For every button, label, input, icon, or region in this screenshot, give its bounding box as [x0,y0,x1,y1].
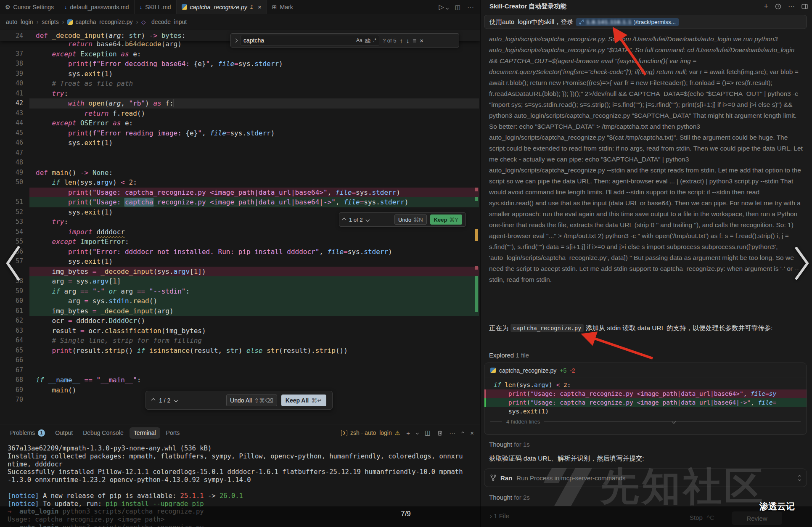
regex-icon[interactable]: .* [373,37,376,43]
code-line-added[interactable]: 51 print("Usage: captcha_recognize.py <i… [0,197,480,207]
code-line[interactable]: 64 # Single line, strip for form filling [0,336,480,346]
prev-file-icon[interactable] [151,398,156,403]
user-message-bubble[interactable]: 使用auto_login中的skill，登录 1.8.141.118.1.1 )… [484,15,807,29]
find-input-box[interactable]: Aa ab .* [241,35,379,46]
code-line[interactable]: 44 except OSError as e: [0,118,480,128]
thought-row-2[interactable]: Thought for 2s [489,494,530,501]
find-prev-icon[interactable]: ↑ [400,37,403,44]
more-actions-icon[interactable]: ··· [467,3,474,11]
code-line[interactable]: 38 print(f"Error decoding base64: {e}", … [0,59,480,69]
panel-more-icon[interactable]: ··· [449,429,455,437]
expand-card-icon[interactable] [799,475,801,481]
code-line[interactable]: 65 print(result.strip() if isinstance(re… [0,346,480,356]
panel-tab-problems[interactable]: Problems1 [6,427,49,439]
undo-diff-button[interactable]: Undo⌘N [394,215,426,225]
code-line[interactable]: 43 return f.read() [0,109,480,119]
run-python-button[interactable]: ▷ [439,3,448,11]
next-page-chevron[interactable] [794,246,811,281]
code-line[interactable]: 62 ocr = ddddocr.DdddOcr() [0,316,480,326]
maximize-panel-icon[interactable] [461,431,464,434]
keep-all-button[interactable]: Keep All⌘↵ [281,395,326,406]
code-line[interactable]: 37 except Exception as e: [0,49,480,59]
kill-terminal-icon[interactable] [437,430,443,436]
line-number: 67 [0,365,23,376]
code-line-added[interactable]: 58 arg = sys.argv[1] [0,276,480,286]
code-line[interactable]: 40 # Treat as file path [0,79,480,89]
code-line[interactable]: 41 try: [0,89,480,99]
breadcrumb-item[interactable]: scripts [42,19,58,25]
code-line[interactable]: 68if __name__ == "__main__": [0,375,480,385]
tab-default-passwords[interactable]: ↓default_passwords.md [59,0,135,14]
code-line[interactable]: 50 if len(sys.argv) < 2: [0,177,480,188]
next-file-icon[interactable] [174,398,178,403]
chat-more-icon[interactable]: ··· [788,3,795,10]
breadcrumb[interactable]: auto_login›scripts›captcha_recognize.py›… [0,14,480,29]
code-line[interactable]: 45 print(f"Error reading image: {e}", fi… [0,128,480,138]
close-panel-icon[interactable]: × [470,429,474,437]
code-line[interactable]: 63 result = ocr.classification(img_bytes… [0,326,480,336]
panel-tab-debug-console[interactable]: Debug Console [79,427,128,439]
link-chip[interactable]: 1.8.141.118.1.1 )/track/permiss... [576,18,679,26]
tab-skill-md[interactable]: ↓SKILL.md [135,0,177,14]
code-line[interactable]: 66 [0,355,480,365]
code-line-added[interactable]: 59 if arg == "-" or arg == "--stdin": [0,286,480,297]
explored-row[interactable]: Explored 1 file [489,352,529,359]
find-in-selection-icon[interactable]: ≡ [413,37,417,44]
breadcrumb-item[interactable]: ◇_decode_input [141,19,187,25]
code-line[interactable]: 54 import ddddocr [0,227,480,237]
code-line[interactable]: 42 with open(arg, "rb") as f: [0,98,480,109]
tab-close-icon[interactable]: × [258,3,262,11]
code-line[interactable]: 55 except ImportError: [0,237,480,247]
code-line[interactable]: 48 [0,158,480,168]
code-editor[interactable]: return base64.b64decode(arg)37 except Ex… [0,29,480,424]
undo-all-button[interactable]: Undo All⇧⌘⌫ [226,395,277,406]
code-line-deleted[interactable]: img_bytes = _decode_input(sys.argv[1]) [0,267,480,277]
find-close-icon[interactable]: × [420,37,423,44]
panel-tab-terminal[interactable]: Terminal [130,427,160,439]
line-number: 69 [0,385,23,395]
code-line[interactable]: 47 [0,148,480,158]
prev-page-chevron[interactable] [3,245,22,282]
panel-tab-output[interactable]: Output [51,427,77,439]
whole-word-icon[interactable]: ab [365,37,370,43]
expand-hidden-icon[interactable] [672,420,676,424]
panel-tab-ports[interactable]: Ports [162,427,184,439]
code-line-deleted[interactable]: print("Usage: captcha_recognize.py <imag… [0,188,480,198]
diff-card[interactable]: captcha_recognize.py +5 -2 if len(sys.ar… [484,363,807,435]
terminal-dropdown-icon[interactable] [416,431,419,434]
code-line-added[interactable]: 61 img_bytes = _decode_input(arg) [0,306,480,316]
find-expand-icon[interactable] [234,38,238,42]
history-icon[interactable] [775,3,781,10]
tab-mark-preview[interactable]: ⊞Mark [267,0,303,14]
tab-captcha-recognize[interactable]: captcha_recognize.py1× [177,0,267,14]
thought-row-1[interactable]: Thought for 1s [489,441,530,448]
split-editor-icon[interactable]: ◫ [455,4,460,11]
new-chat-icon[interactable]: + [764,2,769,11]
ran-process-card[interactable]: Ran Run Process in mcp-server-commands [484,469,807,487]
code-line[interactable]: 57 sys.exit(1) [0,257,480,267]
next-diff-icon[interactable] [365,217,370,222]
breadcrumb-item[interactable]: auto_login [6,19,33,25]
overview-ruler[interactable] [475,29,478,424]
terminal-session-item[interactable]: ❯ zsh - auto_login ⚠ [341,429,400,436]
tab-cursor-settings[interactable]: ⚙Cursor Settings [0,0,59,14]
code-line[interactable]: 46 sys.exit(1) [0,138,480,148]
find-next-icon[interactable]: ↓ [406,37,410,44]
code-line-added[interactable]: 60 arg = sys.stdin.read() [0,296,480,306]
code-line[interactable]: 67 [0,365,480,376]
prev-diff-icon[interactable] [342,217,346,222]
breadcrumb-item[interactable]: captcha_recognize.py [67,19,132,25]
ruler-mark [475,197,478,201]
code-line[interactable]: 56 print("Error: ddddocr not installed. … [0,247,480,257]
toggle-panel-icon[interactable] [801,4,808,9]
diff-card-filename: captcha_recognize.py [499,367,556,374]
new-terminal-icon[interactable]: + [406,429,410,437]
match-case-icon[interactable]: Aa [356,37,362,43]
hidden-lines-row[interactable]: 4 hidden lines [484,418,807,425]
code-line[interactable]: 49def main() -> None: [0,168,480,178]
keep-diff-button[interactable]: Keep⌘Y [430,215,462,225]
split-terminal-icon[interactable]: ◫ [425,429,431,437]
code-line[interactable]: 39 sys.exit(1) [0,69,480,79]
diff-card-header[interactable]: captcha_recognize.py +5 -2 [484,363,807,378]
search-input[interactable] [243,37,354,44]
